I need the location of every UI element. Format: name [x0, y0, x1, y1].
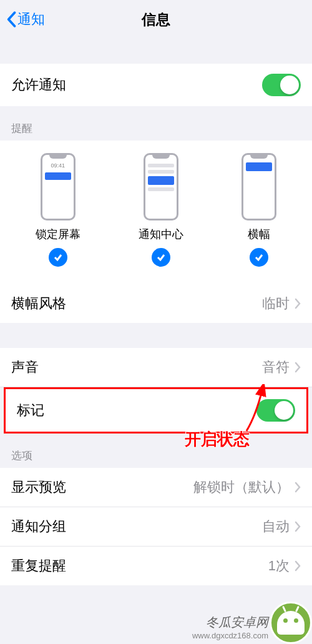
watermark-logo-icon	[270, 602, 312, 644]
grouping-label: 通知分组	[11, 517, 262, 536]
checkmark-icon[interactable]	[250, 248, 268, 267]
repeat-cell[interactable]: 重复提醒 1次	[0, 547, 312, 585]
show-previews-label: 显示预览	[11, 478, 193, 497]
banner-preview-icon	[241, 153, 276, 220]
back-label: 通知	[17, 10, 45, 29]
sounds-cell[interactable]: 声音 音符	[0, 348, 312, 387]
checkmark-icon[interactable]	[152, 248, 170, 267]
alerts-section-header: 提醒	[0, 106, 312, 141]
watermark-url: www.dgxcdz168.com	[192, 631, 268, 640]
watermark-name: 冬瓜安卓网	[192, 614, 268, 631]
chevron-right-icon	[295, 560, 301, 572]
page-title: 信息	[142, 10, 170, 29]
chevron-left-icon	[6, 11, 16, 27]
watermark: 冬瓜安卓网 www.dgxcdz168.com	[192, 602, 312, 644]
alerts-container: 09:41 锁定屏幕 通知中心 横幅	[0, 141, 312, 284]
alert-label-banner: 横幅	[248, 227, 270, 242]
repeat-value: 1次	[268, 557, 290, 575]
alert-option-center[interactable]: 通知中心	[139, 153, 183, 267]
chevron-right-icon	[295, 362, 301, 373]
alert-label-lockscreen: 锁定屏幕	[36, 227, 80, 242]
badges-toggle[interactable]	[256, 399, 295, 422]
alert-option-banner[interactable]: 横幅	[241, 153, 276, 267]
alert-label-center: 通知中心	[139, 227, 183, 242]
badges-label: 标记	[17, 401, 256, 420]
chevron-right-icon	[295, 482, 301, 493]
badges-cell[interactable]: 标记	[6, 389, 306, 432]
sounds-label: 声音	[11, 358, 262, 377]
banner-style-label: 横幅风格	[11, 294, 262, 313]
options-section-header: 选项	[0, 433, 312, 468]
lockscreen-preview-icon: 09:41	[41, 153, 76, 220]
banner-style-value: 临时	[262, 294, 290, 313]
show-previews-cell[interactable]: 显示预览 解锁时（默认）	[0, 468, 312, 507]
header-bar: 通知 信息	[0, 0, 312, 39]
allow-notifications-toggle[interactable]	[262, 74, 301, 96]
checkmark-icon[interactable]	[49, 248, 67, 267]
alert-option-lockscreen[interactable]: 09:41 锁定屏幕	[36, 153, 80, 267]
repeat-label: 重复提醒	[11, 557, 268, 575]
chevron-right-icon	[295, 298, 301, 309]
allow-notifications-label: 允许通知	[11, 76, 262, 94]
chevron-right-icon	[295, 521, 301, 532]
grouping-cell[interactable]: 通知分组 自动	[0, 507, 312, 547]
grouping-value: 自动	[262, 517, 290, 536]
sounds-value: 音符	[262, 358, 290, 377]
center-preview-icon	[144, 153, 178, 220]
banner-style-cell[interactable]: 横幅风格 临时	[0, 284, 312, 323]
allow-notifications-cell[interactable]: 允许通知	[0, 64, 312, 106]
highlighted-annotation-box: 标记	[4, 387, 308, 433]
show-previews-value: 解锁时（默认）	[193, 478, 290, 497]
back-button[interactable]: 通知	[6, 10, 45, 29]
